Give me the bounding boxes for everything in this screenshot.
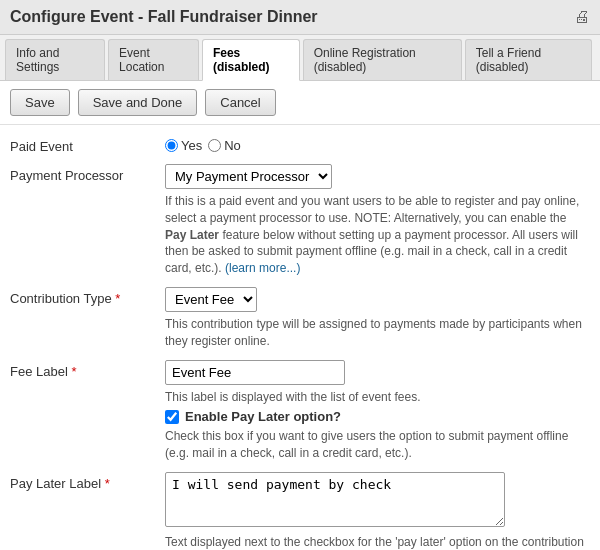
learn-more-link[interactable]: (learn more...)	[225, 261, 300, 275]
payment-processor-help: If this is a paid event and you want use…	[165, 193, 590, 277]
paid-event-content: Yes No	[165, 135, 590, 153]
pay-later-label-content: I will send payment by check Text displa…	[165, 472, 590, 550]
contribution-type-required: *	[115, 291, 120, 306]
tab-tell-a-friend[interactable]: Tell a Friend (disabled)	[465, 39, 592, 80]
paid-event-yes-radio[interactable]	[165, 139, 178, 152]
print-icon[interactable]: 🖨	[574, 8, 590, 26]
paid-event-no-text: No	[224, 138, 241, 153]
page-title: Configure Event - Fall Fundraiser Dinner	[10, 8, 318, 26]
fee-label-label: Fee Label *	[10, 360, 165, 379]
paid-event-radio-group: Yes No	[165, 135, 590, 153]
fee-label-required: *	[71, 364, 76, 379]
payment-processor-content: My Payment Processor If this is a paid e…	[165, 164, 590, 277]
fee-label-input[interactable]	[165, 360, 345, 385]
payment-processor-row: Payment Processor My Payment Processor I…	[10, 164, 590, 277]
paid-event-no-label[interactable]: No	[208, 138, 241, 153]
tab-info-settings[interactable]: Info and Settings	[5, 39, 105, 80]
payment-processor-select[interactable]: My Payment Processor	[165, 164, 332, 189]
tab-fees[interactable]: Fees (disabled)	[202, 39, 300, 81]
tab-event-location[interactable]: Event Location	[108, 39, 199, 80]
tabs-bar: Info and Settings Event Location Fees (d…	[0, 35, 600, 81]
fee-label-content: This label is displayed with the list of…	[165, 360, 590, 462]
paid-event-yes-text: Yes	[181, 138, 202, 153]
fee-label-row: Fee Label * This label is displayed with…	[10, 360, 590, 462]
page-header: Configure Event - Fall Fundraiser Dinner…	[0, 0, 600, 35]
contribution-type-help: This contribution type will be assigned …	[165, 316, 590, 350]
enable-pay-later-checkbox[interactable]	[165, 410, 179, 424]
paid-event-label: Paid Event	[10, 135, 165, 154]
save-done-button[interactable]: Save and Done	[78, 89, 198, 116]
contribution-type-label: Contribution Type *	[10, 287, 165, 306]
pay-later-label-help: Text displayed next to the checkbox for …	[165, 534, 590, 550]
pay-later-label-textarea[interactable]: I will send payment by check	[165, 472, 505, 527]
payment-processor-label: Payment Processor	[10, 164, 165, 183]
enable-pay-later-checkbox-label[interactable]: Enable Pay Later option?	[185, 409, 341, 424]
enable-pay-later-help: Check this box if you want to give users…	[165, 428, 590, 462]
pay-later-bold: Pay Later	[165, 228, 219, 242]
fee-label-help: This label is displayed with the list of…	[165, 389, 590, 406]
contribution-type-content: Event Fee This contribution type will be…	[165, 287, 590, 350]
pay-later-label-row: Pay Later Label * I will send payment by…	[10, 472, 590, 550]
paid-event-no-radio[interactable]	[208, 139, 221, 152]
toolbar: Save Save and Done Cancel	[0, 81, 600, 125]
contribution-type-select[interactable]: Event Fee	[165, 287, 257, 312]
cancel-button[interactable]: Cancel	[205, 89, 275, 116]
paid-event-yes-label[interactable]: Yes	[165, 138, 202, 153]
enable-pay-later-checkbox-row: Enable Pay Later option?	[165, 409, 590, 424]
save-button[interactable]: Save	[10, 89, 70, 116]
pay-later-label-label: Pay Later Label *	[10, 472, 165, 491]
form-area: Paid Event Yes No Payment Processor My P…	[0, 125, 600, 550]
paid-event-row: Paid Event Yes No	[10, 135, 590, 154]
tab-online-registration[interactable]: Online Registration (disabled)	[303, 39, 462, 80]
pay-later-label-required: *	[105, 476, 110, 491]
contribution-type-row: Contribution Type * Event Fee This contr…	[10, 287, 590, 350]
